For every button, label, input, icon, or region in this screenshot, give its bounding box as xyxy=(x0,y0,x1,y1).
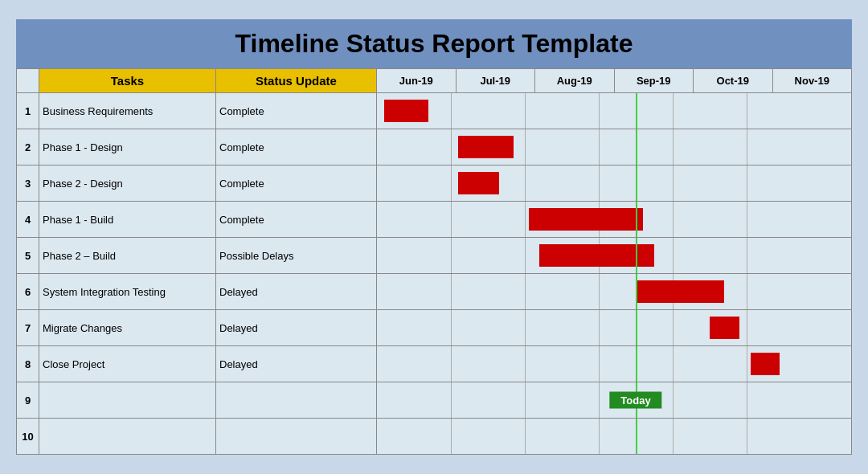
task-name: Close Project xyxy=(39,346,216,382)
status-cell: Delayed xyxy=(216,310,377,346)
month-jun: Jun-19 xyxy=(377,69,457,93)
table-row: 9Today xyxy=(17,382,852,419)
gantt-bar-cell xyxy=(377,93,852,129)
row-number: 1 xyxy=(17,93,39,129)
row-number: 9 xyxy=(17,382,39,419)
status-cell: Complete xyxy=(216,129,377,165)
table-row: 4Phase 1 - BuildComplete xyxy=(17,202,852,238)
gantt-bar-cell xyxy=(377,419,852,455)
status-cell: Possible Delays xyxy=(216,238,377,274)
gantt-bar-cell xyxy=(377,202,852,238)
gantt-bar-cell xyxy=(377,129,852,165)
month-aug: Aug-19 xyxy=(535,69,615,93)
table-row: 2Phase 1 - DesignComplete xyxy=(17,129,852,165)
status-cell xyxy=(216,382,377,419)
gantt-bar-cell xyxy=(377,346,852,382)
row-number: 2 xyxy=(17,129,39,165)
task-name: Phase 1 - Build xyxy=(39,202,216,238)
gantt-bar xyxy=(458,136,514,158)
task-name: Phase 2 - Design xyxy=(39,165,216,202)
table-row: 6System Integration TestingDelayed xyxy=(17,274,852,310)
gantt-table: Tasks Status Update Jun-19 Jul-19 Aug-19… xyxy=(16,68,852,455)
task-name: Phase 1 - Design xyxy=(39,129,216,165)
status-cell: Complete xyxy=(216,202,377,238)
table-row: 5Phase 2 – BuildPossible Delays xyxy=(17,238,852,274)
gantt-bar-cell: Today xyxy=(377,382,852,419)
tasks-header: Tasks xyxy=(39,69,216,93)
row-number: 3 xyxy=(17,165,39,202)
row-number: 5 xyxy=(17,238,39,274)
table-header: Tasks Status Update Jun-19 Jul-19 Aug-19… xyxy=(17,69,852,93)
table-row: 8Close ProjectDelayed xyxy=(17,346,852,382)
row-number: 6 xyxy=(17,274,39,310)
main-container: Timeline Status Report Template Tasks St… xyxy=(8,11,860,463)
status-cell: Complete xyxy=(216,93,377,129)
row-number: 4 xyxy=(17,202,39,238)
row-number: 8 xyxy=(17,346,39,382)
gantt-bar xyxy=(751,353,780,375)
gantt-bar-cell xyxy=(377,238,852,274)
gantt-bar xyxy=(458,172,499,194)
gantt-bar-cell xyxy=(377,274,852,310)
gantt-bar-cell xyxy=(377,165,852,202)
task-name: Business Requirements xyxy=(39,93,216,129)
month-oct: Oct-19 xyxy=(694,69,773,93)
task-name: Migrate Changes xyxy=(39,310,216,346)
today-label: Today xyxy=(609,392,661,409)
gantt-bar xyxy=(710,317,739,339)
table-row: 3Phase 2 - DesignComplete xyxy=(17,165,852,202)
table-row: 7Migrate ChangesDelayed xyxy=(17,310,852,346)
page-title: Timeline Status Report Template xyxy=(16,19,852,68)
num-header xyxy=(17,69,39,93)
month-jul: Jul-19 xyxy=(456,69,535,93)
gantt-bar xyxy=(529,208,644,231)
gantt-bar xyxy=(636,280,724,303)
month-sep: Sep-19 xyxy=(614,69,694,93)
status-cell: Complete xyxy=(216,165,377,202)
month-nov: Nov-19 xyxy=(772,69,852,93)
status-cell xyxy=(216,419,377,455)
row-number: 10 xyxy=(17,419,39,455)
row-number: 7 xyxy=(17,310,39,346)
table-row: 1Business RequirementsComplete xyxy=(17,93,852,129)
task-name: System Integration Testing xyxy=(39,274,216,310)
task-name xyxy=(39,382,216,419)
gantt-bar-cell xyxy=(377,310,852,346)
gantt-bar xyxy=(384,100,428,122)
table-row: 10 xyxy=(17,419,852,455)
task-name: Phase 2 – Build xyxy=(39,238,216,274)
status-header: Status Update xyxy=(216,69,377,93)
status-cell: Delayed xyxy=(216,346,377,382)
status-cell: Delayed xyxy=(216,274,377,310)
task-name xyxy=(39,419,216,455)
